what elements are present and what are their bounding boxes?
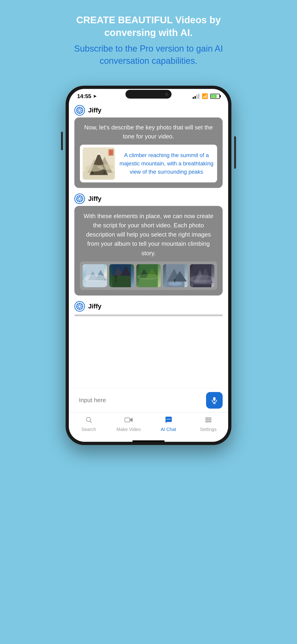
chat-scroll-area: Jiffy Now, let's describe the key photo … (69, 101, 228, 388)
film-reel-icon-1 (76, 107, 83, 114)
svg-marker-77 (130, 418, 132, 422)
input-area (69, 388, 228, 412)
svg-point-67 (78, 304, 79, 306)
jiffy-name-2: Jiffy (88, 195, 102, 202)
strip-img-svg-3 (136, 264, 161, 287)
svg-point-24 (79, 196, 80, 197)
ai-chat-label: AI Chat (161, 427, 176, 432)
signal-bar-3 (196, 95, 198, 99)
film-reel-icon-2 (76, 195, 83, 202)
jiffy-avatar-2 (74, 194, 85, 204)
jiffy-name-1: Jiffy (88, 107, 102, 114)
nav-item-settings[interactable]: Settings (188, 416, 228, 432)
make-video-label: Make Video (116, 427, 141, 432)
svg-point-65 (77, 306, 78, 307)
svg-point-27 (82, 198, 83, 199)
strip-img-svg-1 (83, 264, 107, 287)
svg-rect-71 (213, 397, 216, 401)
message-bubble-2: With these elements in place, we can now… (74, 206, 223, 296)
svg-point-29 (81, 200, 82, 201)
loading-line (74, 314, 223, 316)
svg-point-80 (170, 419, 170, 420)
jiffy-header-3: Jiffy (74, 301, 223, 312)
svg-point-5 (82, 110, 83, 111)
time-display: 14:55 (77, 93, 91, 100)
settings-label: Settings (200, 427, 216, 432)
strip-image-1[interactable] (83, 264, 107, 287)
svg-rect-60 (193, 280, 211, 284)
svg-point-62 (78, 305, 81, 308)
status-icons: 📶 ⚡ (193, 93, 220, 99)
svg-point-25 (79, 200, 80, 202)
svg-point-66 (82, 306, 83, 307)
key-photo-description: A climber reaching the summit of a majes… (118, 151, 214, 176)
mountain-painting-svg (83, 148, 115, 180)
svg-point-2 (79, 107, 80, 108)
home-indicator (132, 440, 164, 442)
svg-point-69 (81, 304, 82, 306)
svg-point-52 (168, 282, 182, 286)
search-label: Search (82, 427, 96, 432)
signal-bar-4 (198, 94, 200, 99)
svg-point-78 (167, 419, 168, 420)
message-bubble-1: Now, let's describe the key photo that w… (74, 118, 223, 188)
svg-point-26 (77, 198, 78, 199)
svg-point-79 (168, 419, 169, 420)
strip-image-4[interactable] (163, 264, 188, 287)
jiffy-name-3: Jiffy (88, 303, 102, 310)
strip-image-5[interactable] (190, 264, 214, 287)
nav-item-ai-chat[interactable]: AI Chat (148, 416, 188, 432)
key-photo-card[interactable]: A climber reaching the summit of a majes… (80, 145, 217, 182)
phone-screen: 14:55 ➤ 📶 ⚡ (69, 89, 228, 442)
headline: CREATE BEAUTIFUL Videos by conversing wi… (56, 14, 240, 39)
svg-point-19 (98, 164, 114, 170)
image-strip (80, 262, 217, 290)
svg-rect-76 (125, 418, 130, 422)
svg-point-63 (79, 304, 80, 305)
svg-point-30 (81, 196, 82, 198)
jiffy-avatar-1 (74, 105, 85, 116)
film-reel-icon-3 (76, 303, 83, 310)
svg-point-48 (137, 274, 160, 280)
settings-icon (205, 416, 212, 426)
jiffy-avatar-3 (74, 301, 85, 312)
nav-item-make-video[interactable]: Make Video (109, 416, 148, 432)
chat-message-2: Jiffy With these elements in place, we c… (74, 194, 223, 296)
svg-point-7 (81, 111, 82, 112)
bottom-nav: Search Make Video (69, 412, 228, 439)
svg-point-64 (79, 308, 80, 309)
search-icon (85, 416, 92, 426)
wifi-icon: 📶 (202, 93, 208, 99)
camera-dot (165, 92, 168, 96)
bubble-text-1: Now, let's describe the key photo that w… (80, 123, 217, 141)
svg-point-28 (78, 196, 79, 198)
message-input[interactable] (74, 393, 202, 408)
subline: Subscribe to the Pro version to gain AI … (56, 42, 240, 67)
signal-icon (193, 94, 200, 99)
strip-image-2[interactable] (109, 264, 134, 287)
svg-point-1 (78, 109, 81, 112)
svg-point-36 (83, 274, 106, 282)
dynamic-island (126, 90, 172, 98)
mountain-painting-image (83, 148, 115, 180)
svg-point-84 (206, 417, 208, 419)
svg-rect-20 (108, 149, 114, 156)
video-camera-icon (124, 416, 133, 426)
battery-bolt-icon: ⚡ (212, 94, 216, 98)
strip-image-3[interactable] (136, 264, 161, 287)
top-banner: CREATE BEAUTIFUL Videos by conversing wi… (56, 14, 240, 67)
svg-point-70 (78, 308, 79, 309)
svg-point-9 (78, 111, 79, 112)
svg-point-8 (81, 108, 82, 109)
svg-point-6 (78, 108, 79, 109)
strip-img-svg-2 (109, 264, 134, 287)
svg-point-53 (174, 279, 176, 280)
nav-item-search[interactable]: Search (69, 416, 109, 432)
svg-point-86 (206, 421, 208, 422)
mic-button[interactable] (206, 392, 223, 408)
svg-rect-38 (112, 276, 131, 287)
svg-line-75 (90, 421, 92, 423)
svg-point-3 (79, 112, 80, 113)
signal-bar-1 (193, 97, 194, 99)
battery-fill: ⚡ (211, 95, 217, 98)
